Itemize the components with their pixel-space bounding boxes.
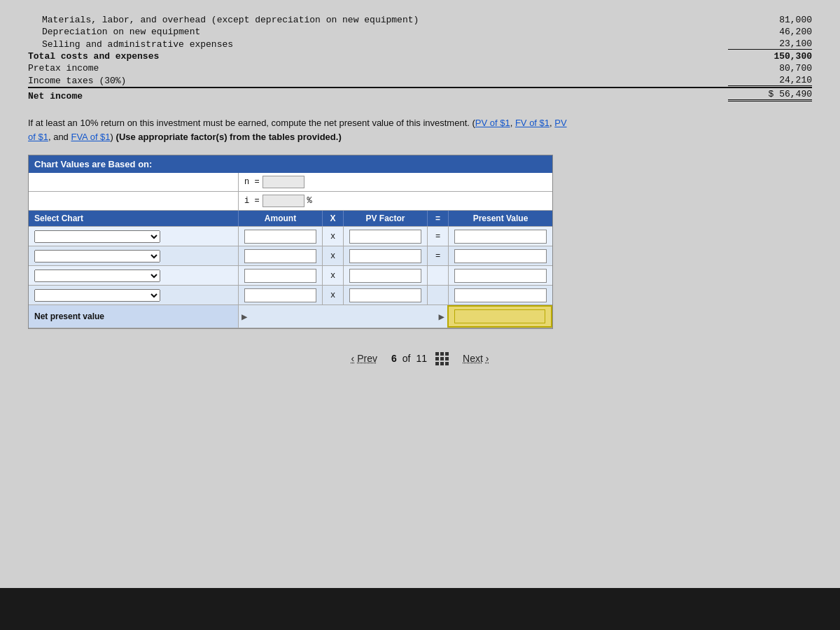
pv-factor-input-3[interactable] — [349, 269, 421, 283]
select-chart-3[interactable] — [34, 270, 160, 282]
present-value-cell-1 — [449, 227, 552, 246]
col-header-amount: Amount — [239, 211, 323, 226]
fin-value-netincome: $ 56,490 — [728, 89, 812, 102]
npv-label: Net present value — [29, 305, 239, 328]
instructions-line2: of $1, and FVA of $1) (Use appropriate f… — [28, 132, 342, 142]
fva-link[interactable]: FVA of $1 — [71, 132, 110, 142]
npv-spacer: ▶ — [239, 305, 436, 328]
pv-link-3[interactable]: of $1 — [28, 132, 48, 142]
fin-label-materials: Materials, labor, and overhead (except d… — [28, 15, 419, 25]
npv-yellow-input-cell — [447, 305, 552, 328]
amount-cell-2 — [239, 246, 323, 265]
eq-cell-3 — [428, 266, 449, 285]
n-cell: n = — [239, 173, 310, 191]
fv-link-1[interactable]: FV of $1 — [515, 118, 550, 128]
npv-value-input[interactable] — [454, 309, 545, 323]
x-symbol-1: x — [330, 232, 335, 241]
n-input[interactable] — [262, 176, 304, 188]
data-row-3: x — [29, 266, 552, 286]
pv-factor-input-1[interactable] — [349, 230, 421, 244]
n-row: n = — [29, 173, 552, 192]
fin-label-netincome: Net income — [28, 91, 83, 102]
present-value-input-3[interactable] — [454, 269, 547, 283]
col-header-present-value: Present Value — [449, 211, 552, 226]
pv-factor-cell-4 — [344, 286, 428, 304]
eq-cell-2: = — [428, 246, 449, 265]
col-header-select: Select Chart — [29, 211, 239, 226]
fin-label-total: Total costs and expenses — [28, 51, 159, 62]
column-headers: Select Chart Amount X PV Factor = Presen… — [29, 211, 552, 227]
eq-symbol-1: = — [435, 232, 440, 241]
col-header-x: X — [323, 211, 344, 226]
total-pages: 11 — [416, 353, 427, 364]
chart-header: Chart Values are Based on: — [29, 155, 552, 173]
select-cell-4 — [29, 286, 239, 304]
fin-row-materials: Materials, labor, and overhead (except d… — [28, 14, 812, 26]
amount-input-3[interactable] — [244, 269, 316, 283]
select-cell-3 — [29, 266, 239, 285]
prev-arrow-icon: ‹ — [351, 353, 355, 364]
x-cell-1: x — [323, 227, 344, 246]
eq-symbol-2: = — [435, 251, 440, 261]
fin-row-total: Total costs and expenses 150,300 — [28, 50, 812, 62]
fin-row-selling: Selling and administrative expenses 23,1… — [28, 38, 812, 50]
next-button[interactable]: Next › — [457, 350, 494, 367]
fin-label-pretax: Pretax income — [28, 63, 99, 74]
select-cell-1 — [29, 227, 239, 246]
x-cell-4: x — [323, 286, 344, 304]
select-cell-2 — [29, 246, 239, 265]
financial-table: Materials, labor, and overhead (except d… — [28, 14, 812, 102]
next-label: Next — [463, 353, 483, 364]
amount-input-4[interactable] — [244, 288, 316, 302]
amount-cell-1 — [239, 227, 323, 246]
pv-link-2[interactable]: PV — [554, 118, 566, 128]
fin-label-taxes: Income taxes (30%) — [28, 76, 126, 86]
amount-input-2[interactable] — [244, 249, 316, 263]
fin-value-materials: 81,000 — [728, 15, 812, 25]
present-value-input-2[interactable] — [454, 249, 547, 263]
fin-row-pretax: Pretax income 80,700 — [28, 62, 812, 74]
i-left-spacer — [29, 192, 239, 210]
next-arrow-icon: › — [486, 353, 489, 364]
instructions-text: If at least an 10% return on this invest… — [28, 116, 812, 144]
amount-cell-3 — [239, 266, 323, 285]
eq-cell-1: = — [428, 227, 449, 246]
percent-symbol: % — [307, 196, 312, 206]
amount-cell-4 — [239, 286, 323, 304]
select-chart-2[interactable] — [34, 250, 160, 262]
i-label: i = — [244, 196, 260, 206]
npv-arrow-left: ▶ — [241, 311, 247, 323]
fin-row-taxes: Income taxes (30%) 24,210 — [28, 74, 812, 87]
eq-cell-4 — [428, 286, 449, 304]
present-value-cell-2 — [449, 246, 552, 265]
grid-icon[interactable] — [435, 352, 449, 365]
n-label: n = — [244, 177, 260, 187]
instructions-bold: (Use appropriate factor(s) from the tabl… — [116, 132, 342, 142]
npv-value-container: ▶ — [436, 305, 552, 328]
prev-button[interactable]: ‹ Prev — [346, 350, 383, 367]
fin-value-selling: 23,100 — [728, 38, 812, 50]
i-row: i = % — [29, 192, 552, 211]
npv-arrow-right: ▶ — [436, 305, 447, 328]
pagination: ‹ Prev 6 of 11 Next › — [28, 350, 812, 367]
fin-value-taxes: 24,210 — [728, 75, 812, 86]
i-cell: i = % — [239, 192, 318, 210]
pv-factor-input-2[interactable] — [349, 249, 421, 263]
col-header-pv-factor: PV Factor — [344, 211, 428, 226]
present-value-input-1[interactable] — [454, 230, 547, 244]
select-chart-4[interactable] — [34, 289, 160, 302]
fin-value-total: 150,300 — [728, 51, 812, 62]
x-symbol-4: x — [330, 290, 335, 300]
present-value-input-4[interactable] — [454, 288, 547, 302]
npv-row: Net present value ▶ ▶ — [29, 305, 552, 328]
amount-input-1[interactable] — [244, 230, 316, 244]
x-symbol-3: x — [330, 271, 335, 281]
data-row-2: x = — [29, 246, 552, 266]
x-symbol-2: x — [330, 251, 335, 261]
n-left-spacer — [29, 173, 239, 191]
i-input[interactable] — [262, 195, 304, 207]
data-row-4: x — [29, 286, 552, 305]
pv-link-1[interactable]: PV of $1 — [475, 118, 510, 128]
pv-factor-input-4[interactable] — [349, 288, 421, 302]
select-chart-1[interactable] — [34, 230, 160, 243]
